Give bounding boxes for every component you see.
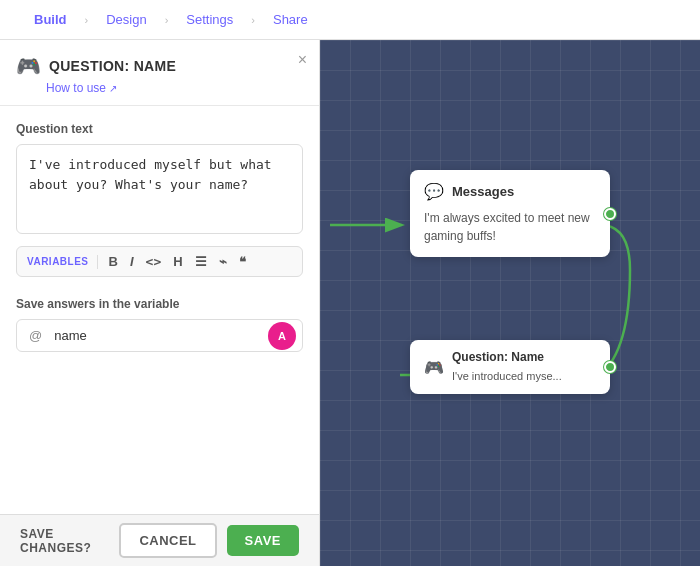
question-label: Question text: [16, 122, 303, 136]
var-avatar: A: [268, 322, 296, 350]
save-var-section: Save answers in the variable @ A: [16, 297, 303, 352]
messages-icon: 💬: [424, 182, 444, 201]
quote-button[interactable]: ❝: [236, 253, 249, 270]
save-var-label: Save answers in the variable: [16, 297, 303, 311]
panel-header: 🎮 QUESTION: NAME How to use ↗ ×: [0, 40, 319, 106]
toolbar-separator: [97, 255, 98, 269]
external-link-icon: ↗: [109, 83, 117, 94]
heading-button[interactable]: H: [170, 253, 185, 270]
question-textarea[interactable]: [16, 144, 303, 234]
messages-card-body: I'm always excited to meet new gaming bu…: [424, 209, 596, 245]
left-panel: 🎮 QUESTION: NAME How to use ↗ × Question…: [0, 40, 320, 566]
panel-title-row: 🎮 QUESTION: NAME: [16, 54, 303, 78]
question-card-body: I've introduced myse...: [452, 370, 562, 382]
question-card-content: Question: Name I've introduced myse...: [452, 350, 562, 384]
question-card: 🎮 Question: Name I've introduced myse...: [410, 340, 610, 394]
cancel-button[interactable]: CANCEL: [119, 523, 216, 558]
var-input-row: @ A: [16, 319, 303, 352]
question-card-connector: [604, 361, 616, 373]
bottom-bar: SAVE CHANGES? CANCEL SAVE: [0, 514, 319, 566]
close-button[interactable]: ×: [298, 52, 307, 68]
panel-icon: 🎮: [16, 54, 41, 78]
list-button[interactable]: ☰: [192, 253, 210, 270]
formatting-toolbar: VARIABLES B I <> H ☰ ⌁ ❝: [16, 246, 303, 277]
code-button[interactable]: <>: [143, 253, 165, 270]
nav-tab-share[interactable]: Share: [259, 4, 322, 35]
question-card-title: Question: Name: [452, 350, 562, 364]
canvas-arrows: [320, 40, 700, 566]
panel-body: Question text VARIABLES B I <> H ☰ ⌁ ❝ S…: [0, 106, 319, 514]
nav-tab-design[interactable]: Design: [92, 4, 160, 35]
messages-card-connector: [604, 208, 616, 220]
at-symbol: @: [17, 320, 50, 351]
nav-bar: Build › Design › Settings › Share: [0, 0, 700, 40]
panel-title: QUESTION: NAME: [49, 58, 176, 74]
nav-sep-1: ›: [85, 14, 89, 26]
how-to-use-link[interactable]: How to use ↗: [46, 81, 303, 95]
nav-sep-2: ›: [165, 14, 169, 26]
nav-tab-settings[interactable]: Settings: [172, 4, 247, 35]
nav-sep-3: ›: [251, 14, 255, 26]
main-layout: 🎮 QUESTION: NAME How to use ↗ × Question…: [0, 40, 700, 566]
bold-button[interactable]: B: [106, 253, 121, 270]
nav-tab-build[interactable]: Build: [20, 4, 81, 35]
var-name-input[interactable]: [50, 320, 268, 351]
link-button[interactable]: ⌁: [216, 253, 230, 270]
how-to-use-label: How to use: [46, 81, 106, 95]
card-header: 💬 Messages: [424, 182, 596, 201]
italic-button[interactable]: I: [127, 253, 137, 270]
messages-card-title: Messages: [452, 184, 514, 199]
save-changes-label: SAVE CHANGES?: [20, 527, 109, 555]
messages-card: 💬 Messages I'm always excited to meet ne…: [410, 170, 610, 257]
variables-button[interactable]: VARIABLES: [27, 256, 89, 267]
question-card-icon: 🎮: [424, 358, 444, 377]
canvas: 💬 Messages I'm always excited to meet ne…: [320, 40, 700, 566]
save-button[interactable]: SAVE: [227, 525, 299, 556]
